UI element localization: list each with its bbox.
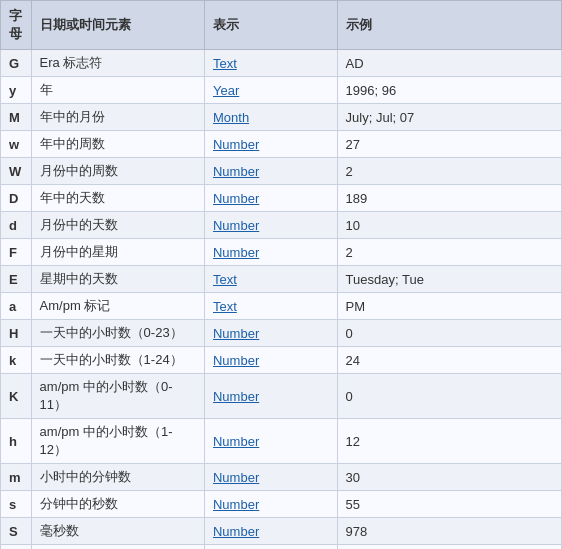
cell-char: h — [1, 419, 32, 464]
rep-link[interactable]: Number — [213, 497, 259, 512]
table-row: s分钟中的秒数Number55 — [1, 491, 562, 518]
cell-char: H — [1, 320, 32, 347]
cell-desc: 分钟中的秒数 — [31, 491, 204, 518]
table-row: H一天中的小时数（0-23）Number0 — [1, 320, 562, 347]
cell-rep[interactable]: Number — [204, 158, 337, 185]
cell-char: E — [1, 266, 32, 293]
cell-rep[interactable]: Number — [204, 518, 337, 545]
cell-example: PM — [337, 293, 561, 320]
rep-link[interactable]: Number — [213, 164, 259, 179]
header-char: 字母 — [1, 1, 32, 50]
cell-example: 189 — [337, 185, 561, 212]
rep-link[interactable]: Number — [213, 524, 259, 539]
rep-link[interactable]: Text — [213, 272, 237, 287]
rep-link[interactable]: Month — [213, 110, 249, 125]
cell-char: m — [1, 464, 32, 491]
rep-link[interactable]: Number — [213, 191, 259, 206]
table-row: aAm/pm 标记TextPM — [1, 293, 562, 320]
rep-link[interactable]: Number — [213, 137, 259, 152]
cell-char: G — [1, 50, 32, 77]
cell-rep[interactable]: Text — [204, 266, 337, 293]
table-row: Kam/pm 中的小时数（0-11）Number0 — [1, 374, 562, 419]
cell-example: 2 — [337, 158, 561, 185]
rep-link[interactable]: Number — [213, 218, 259, 233]
cell-rep[interactable]: Number — [204, 131, 337, 158]
cell-char: S — [1, 518, 32, 545]
table-row: GEra 标志符TextAD — [1, 50, 562, 77]
cell-example: Pacific Standard Time; PST; GMT-08:00 — [337, 545, 561, 550]
cell-example: 0 — [337, 320, 561, 347]
cell-char: k — [1, 347, 32, 374]
cell-char: K — [1, 374, 32, 419]
cell-example: 24 — [337, 347, 561, 374]
table-row: E星期中的天数TextTuesday; Tue — [1, 266, 562, 293]
rep-link[interactable]: Number — [213, 389, 259, 404]
cell-desc: am/pm 中的小时数（0-11） — [31, 374, 204, 419]
cell-desc: 年中的天数 — [31, 185, 204, 212]
table-row: ham/pm 中的小时数（1-12）Number12 — [1, 419, 562, 464]
header-rep: 表示 — [204, 1, 337, 50]
table-row: D年中的天数Number189 — [1, 185, 562, 212]
cell-rep[interactable]: Number — [204, 320, 337, 347]
header-desc: 日期或时间元素 — [31, 1, 204, 50]
cell-char: W — [1, 158, 32, 185]
table-row: F月份中的星期Number2 — [1, 239, 562, 266]
rep-link[interactable]: Number — [213, 245, 259, 260]
cell-example: 978 — [337, 518, 561, 545]
header-example: 示例 — [337, 1, 561, 50]
cell-desc: 年中的周数 — [31, 131, 204, 158]
cell-rep[interactable]: Year — [204, 77, 337, 104]
cell-desc: 月份中的周数 — [31, 158, 204, 185]
cell-desc: 月份中的星期 — [31, 239, 204, 266]
cell-rep[interactable]: Number — [204, 347, 337, 374]
table-row: z时区General time zonePacific Standard Tim… — [1, 545, 562, 550]
cell-rep[interactable]: Month — [204, 104, 337, 131]
cell-rep[interactable]: Number — [204, 374, 337, 419]
cell-example: 27 — [337, 131, 561, 158]
cell-char: D — [1, 185, 32, 212]
cell-rep[interactable]: General time zone — [204, 545, 337, 550]
table-row: w年中的周数Number27 — [1, 131, 562, 158]
cell-rep[interactable]: Number — [204, 464, 337, 491]
cell-example: July; Jul; 07 — [337, 104, 561, 131]
cell-desc: 一天中的小时数（1-24） — [31, 347, 204, 374]
cell-rep[interactable]: Number — [204, 212, 337, 239]
cell-example: 12 — [337, 419, 561, 464]
cell-example: 30 — [337, 464, 561, 491]
cell-rep[interactable]: Number — [204, 491, 337, 518]
cell-desc: 时区 — [31, 545, 204, 550]
table-row: k一天中的小时数（1-24）Number24 — [1, 347, 562, 374]
rep-link[interactable]: Number — [213, 434, 259, 449]
cell-desc: am/pm 中的小时数（1-12） — [31, 419, 204, 464]
cell-rep[interactable]: Text — [204, 293, 337, 320]
table-row: M年中的月份MonthJuly; Jul; 07 — [1, 104, 562, 131]
table-row: W月份中的周数Number2 — [1, 158, 562, 185]
rep-link[interactable]: Number — [213, 353, 259, 368]
rep-link[interactable]: Number — [213, 326, 259, 341]
rep-link[interactable]: Number — [213, 470, 259, 485]
cell-example: AD — [337, 50, 561, 77]
cell-char: y — [1, 77, 32, 104]
cell-char: z — [1, 545, 32, 550]
table-row: S毫秒数Number978 — [1, 518, 562, 545]
cell-desc: 星期中的天数 — [31, 266, 204, 293]
cell-desc: Am/pm 标记 — [31, 293, 204, 320]
cell-desc: 月份中的天数 — [31, 212, 204, 239]
rep-link[interactable]: Text — [213, 56, 237, 71]
cell-example: 55 — [337, 491, 561, 518]
cell-rep[interactable]: Number — [204, 239, 337, 266]
table-row: m小时中的分钟数Number30 — [1, 464, 562, 491]
cell-rep[interactable]: Text — [204, 50, 337, 77]
rep-link[interactable]: Year — [213, 83, 239, 98]
cell-desc: 小时中的分钟数 — [31, 464, 204, 491]
rep-link[interactable]: Text — [213, 299, 237, 314]
cell-char: F — [1, 239, 32, 266]
cell-example: 2 — [337, 239, 561, 266]
cell-rep[interactable]: Number — [204, 419, 337, 464]
cell-char: M — [1, 104, 32, 131]
cell-desc: 年 — [31, 77, 204, 104]
cell-rep[interactable]: Number — [204, 185, 337, 212]
cell-example: 1996; 96 — [337, 77, 561, 104]
cell-char: d — [1, 212, 32, 239]
table-row: y年Year1996; 96 — [1, 77, 562, 104]
